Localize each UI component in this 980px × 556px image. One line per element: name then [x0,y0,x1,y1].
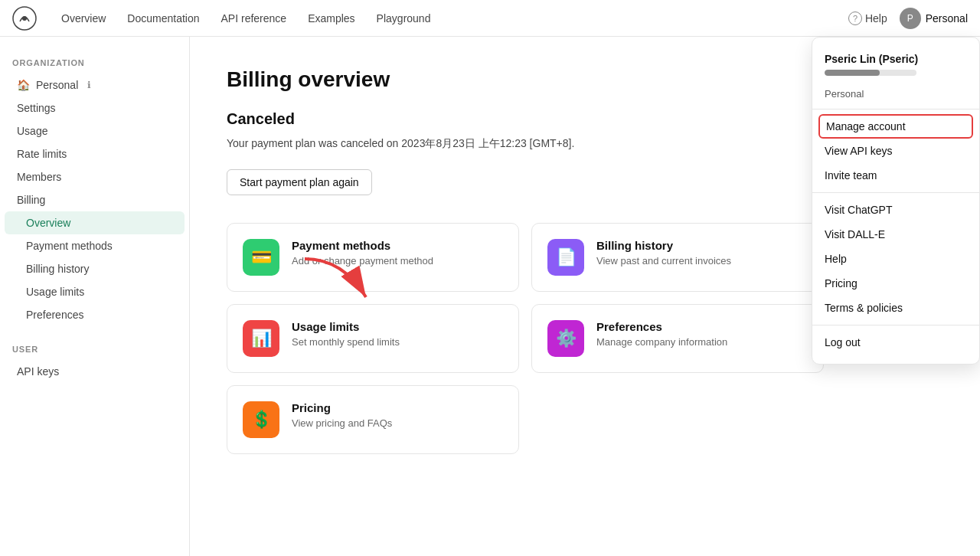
personal-label: Personal [926,12,968,25]
help-icon: ? [848,11,862,25]
card-usage-limits-desc: Set monthly spend limits [292,336,400,348]
card-usage-limits-title: Usage limits [292,320,400,333]
cards-grid: 💳 Payment methods Add or change payment … [227,223,824,454]
card-preferences[interactable]: ⚙️ Preferences Manage company informatio… [531,304,824,373]
topnav: Overview Documentation API reference Exa… [0,0,980,37]
sidebar-item-billing-history[interactable]: Billing history [5,257,185,280]
card-preferences-title: Preferences [596,320,727,333]
sidebar-item-preferences[interactable]: Preferences [5,303,185,326]
dropdown-user-name: Pseric Lin (Pseric) [825,53,967,65]
card-usage-limits-text: Usage limits Set monthly spend limits [292,320,400,348]
sidebar-item-personal-label: Personal [36,79,78,91]
dropdown-user-progress-fill [825,70,880,76]
dropdown-org-label: Personal [812,83,979,104]
sidebar: ORGANIZATION 🏠 Personal ℹ Settings Usage… [0,37,190,556]
nav-examples[interactable]: Examples [299,8,364,29]
dropdown-user-info: Pseric Lin (Pseric) [812,47,979,83]
dropdown-user-progress-bar [825,70,916,76]
sidebar-item-payment-methods-label: Payment methods [26,240,113,252]
card-payment-methods-text: Payment methods Add or change payment me… [292,239,433,267]
usage-limits-icon: 📊 [243,320,279,357]
card-payment-methods[interactable]: 💳 Payment methods Add or change payment … [227,223,519,292]
restart-plan-button[interactable]: Start payment plan again [227,169,372,195]
sidebar-item-members-label: Members [17,171,61,183]
sidebar-item-usage[interactable]: Usage [5,119,185,142]
card-payment-methods-title: Payment methods [292,239,433,252]
card-pricing-desc: View pricing and FAQs [292,417,392,429]
sidebar-item-personal[interactable]: 🏠 Personal ℹ [5,74,185,96]
sidebar-item-rate-limits[interactable]: Rate limits [5,142,185,165]
dropdown-item-pricing[interactable]: Pricing [812,271,979,296]
card-billing-history-text: Billing history View past and current in… [596,239,731,267]
card-preferences-desc: Manage company information [596,336,727,348]
dropdown-item-view-api-keys[interactable]: View API keys [812,139,979,163]
nav-playground[interactable]: Playground [368,8,440,29]
topnav-right: ? Help P Personal [848,8,968,29]
sidebar-item-billing-history-label: Billing history [26,263,89,275]
sidebar-item-payment-methods[interactable]: Payment methods [5,234,185,257]
sidebar-item-billing-label: Billing [17,194,45,206]
dropdown-divider-3 [812,325,979,325]
user-section-label: USER [0,345,189,360]
card-payment-methods-desc: Add or change payment method [292,255,433,267]
sidebar-item-overview[interactable]: Overview [5,211,185,234]
card-pricing[interactable]: 💲 Pricing View pricing and FAQs [227,385,519,454]
nav-documentation[interactable]: Documentation [118,8,208,29]
card-billing-history-title: Billing history [596,239,731,252]
org-icon: 🏠 [17,79,30,91]
sidebar-item-api-keys-label: API keys [17,365,59,378]
topnav-links: Overview Documentation API reference Exa… [52,8,848,29]
sidebar-item-settings-label: Settings [17,102,56,114]
dropdown-item-invite-team[interactable]: Invite team [812,163,979,188]
card-billing-history[interactable]: 📄 Billing history View past and current … [531,223,824,292]
user-dropdown: Pseric Lin (Pseric) Personal Manage acco… [812,37,980,365]
org-section-label: ORGANIZATION [0,58,189,74]
sidebar-item-members[interactable]: Members [5,165,185,188]
preferences-icon: ⚙️ [547,320,584,357]
sidebar-item-usage-limits[interactable]: Usage limits [5,280,185,303]
dropdown-divider-2 [812,192,979,193]
sidebar-item-overview-label: Overview [26,217,70,229]
avatar: P [900,8,921,29]
dropdown-item-visit-chatgpt[interactable]: Visit ChatGPT [812,198,979,222]
personal-menu-button[interactable]: P Personal [900,8,968,29]
card-preferences-text: Preferences Manage company information [596,320,727,348]
card-usage-limits[interactable]: 📊 Usage limits Set monthly spend limits [227,304,519,373]
dropdown-item-visit-dalle[interactable]: Visit DALL-E [812,222,979,247]
nav-overview[interactable]: Overview [52,8,115,29]
dropdown-divider-1 [812,109,979,110]
sidebar-item-usage-limits-label: Usage limits [26,286,84,298]
sidebar-item-settings[interactable]: Settings [5,96,185,119]
card-pricing-title: Pricing [292,401,392,414]
nav-api-reference[interactable]: API reference [212,8,296,29]
dropdown-item-logout[interactable]: Log out [812,330,979,355]
sidebar-item-billing[interactable]: Billing [5,188,185,211]
sidebar-item-preferences-label: Preferences [26,309,83,321]
card-pricing-text: Pricing View pricing and FAQs [292,401,392,429]
dropdown-item-help[interactable]: Help [812,247,979,271]
svg-point-1 [22,16,27,21]
pricing-icon: 💲 [243,401,279,438]
info-icon: ℹ [87,80,91,90]
dropdown-item-manage-account[interactable]: Manage account [818,114,973,139]
card-billing-history-desc: View past and current invoices [596,255,731,267]
sidebar-item-api-keys[interactable]: API keys [5,360,185,383]
sidebar-item-rate-limits-label: Rate limits [17,148,67,160]
help-button[interactable]: ? Help [848,11,887,25]
sidebar-item-usage-label: Usage [17,125,47,137]
billing-history-icon: 📄 [547,239,584,276]
dropdown-item-terms[interactable]: Terms & policies [812,296,979,320]
help-label: Help [865,12,887,25]
logo-icon[interactable] [12,6,37,31]
payment-methods-icon: 💳 [243,239,279,276]
